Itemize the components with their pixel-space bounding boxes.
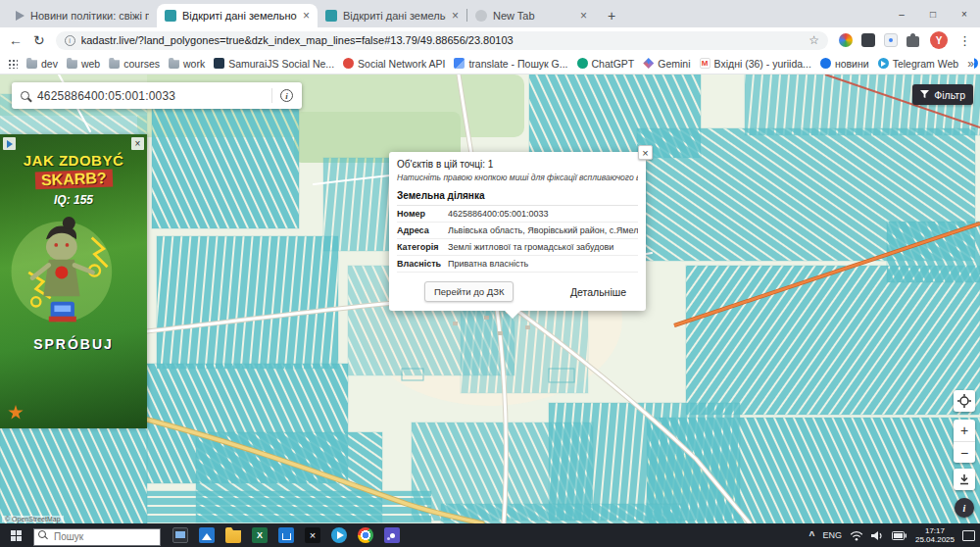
browser-menu-icon[interactable]: ⋮ [958, 33, 971, 48]
chrome-app-icon[interactable] [358, 527, 373, 543]
export-button[interactable] [954, 469, 975, 490]
adchoices-icon[interactable] [3, 137, 16, 150]
close-window-button[interactable]: × [949, 0, 980, 27]
excel-app-icon[interactable]: X [252, 527, 268, 543]
bookmark-gemini[interactable]: Gemini [643, 58, 690, 70]
extension-dark-icon[interactable] [861, 33, 875, 47]
bookmark-news[interactable]: новини [820, 58, 869, 70]
browser-window: Новини політики: свіжі пол... Відкриті д… [0, 0, 980, 547]
map-search-bar[interactable]: 4625886400:05:001:0033 i [12, 82, 302, 109]
bookmark-label: новини [835, 58, 869, 70]
tab-close-icon[interactable]: × [303, 9, 310, 23]
battery-icon[interactable] [892, 531, 907, 540]
start-button[interactable] [0, 523, 31, 547]
bookmark-label: Gemini [658, 58, 690, 70]
photos-app-icon[interactable] [199, 527, 215, 543]
site-info-icon[interactable]: i [65, 35, 75, 46]
locate-me-button[interactable] [954, 390, 975, 412]
zoom-in-button[interactable]: + [954, 420, 975, 441]
bookmark-courses[interactable]: courses [109, 58, 160, 70]
tab-title: Відкриті дані земельного кад... [182, 10, 297, 22]
bookmark-label: work [183, 58, 205, 70]
map-attribution[interactable]: © OpenStreetMap [2, 516, 64, 522]
ad-close-icon[interactable]: × [131, 137, 144, 150]
taskbar-search[interactable] [33, 526, 161, 544]
tab-title: Відкриті дані земельного кад... [343, 10, 446, 22]
address-bar[interactable]: i kadastr.live/?land_polygones=true&dzk_… [56, 31, 828, 50]
apps-grid-icon[interactable] [8, 59, 18, 69]
action-center-icon[interactable] [962, 530, 975, 541]
row-label: Адреса [397, 225, 448, 235]
map-favicon-icon [325, 10, 337, 22]
extension-light-icon[interactable] [884, 33, 898, 47]
details-button[interactable]: Детальніше [570, 286, 626, 298]
row-value: Землі житлової та громадської забудови [448, 242, 638, 252]
tab-close-icon[interactable]: × [580, 9, 587, 23]
reload-icon[interactable]: ↻ [33, 32, 45, 48]
bookmark-translate[interactable]: translate - Пошук G... [454, 58, 567, 70]
bookmark-dev[interactable]: dev [26, 58, 58, 70]
profile-avatar[interactable]: Y [930, 31, 948, 49]
bookmark-telegram[interactable]: Telegram Web [878, 58, 959, 70]
funnel-icon [920, 90, 929, 99]
new-tab-button[interactable]: + [601, 5, 622, 26]
telegram-app-icon[interactable] [331, 527, 347, 543]
popup-close-icon[interactable]: × [638, 145, 653, 160]
bookmark-label: web [81, 58, 100, 70]
bookmark-web[interactable]: web [67, 58, 100, 70]
taskbar-clock[interactable]: 17:17 25.04.2025 [915, 526, 955, 544]
speaker-icon[interactable] [871, 530, 884, 541]
windows-taskbar: X × ^ ENG 17:17 [0, 523, 980, 547]
bookmark-work[interactable]: work [169, 58, 205, 70]
ad-banner[interactable]: × JAK ZDOBYĆ SKARB? IQ: 155 [0, 134, 147, 428]
folder-icon [67, 58, 77, 69]
tab-news[interactable]: Новини політики: свіжі пол... [8, 4, 157, 27]
back-icon[interactable]: ← [9, 32, 23, 48]
gmail-favicon-icon: M [700, 58, 710, 69]
hidden-icons-chevron[interactable]: ^ [809, 530, 815, 541]
bookmark-chatgpt[interactable]: ChatGPT [577, 58, 635, 70]
maximize-button[interactable]: □ [917, 0, 949, 27]
x-app-icon[interactable]: × [305, 527, 320, 543]
bookmark-samuraijs[interactable]: SamuraiJS Social Ne... [214, 58, 334, 70]
language-indicator[interactable]: ENG [822, 530, 842, 540]
wifi-icon[interactable] [850, 530, 863, 541]
bookmark-star-icon[interactable]: ☆ [808, 33, 819, 47]
map-info-button[interactable]: i [955, 498, 974, 518]
extension-palette-icon[interactable] [839, 33, 853, 47]
bookmark-label: Telegram Web [893, 58, 959, 70]
tab-strip: Новини політики: свіжі пол... Відкриті д… [0, 0, 980, 27]
bookmark-social-api[interactable]: Social Network API [343, 58, 445, 70]
tab-close-icon[interactable]: × [452, 9, 459, 23]
download-arrow-icon [958, 473, 970, 485]
info-icon[interactable]: i [280, 89, 293, 102]
taskbar-search-input[interactable] [33, 528, 161, 546]
page-content: 4625886400:05:001:0033 i Фільтр × JAK ZD… [0, 75, 980, 523]
blank-favicon-icon [475, 10, 487, 22]
divider [271, 88, 272, 103]
zoom-out-button[interactable]: − [954, 441, 975, 463]
extensions-puzzle-icon[interactable] [906, 36, 919, 47]
tab-kadastr-active[interactable]: Відкриті дані земельного кад... × [157, 4, 318, 27]
filter-button[interactable]: Фільтр [912, 84, 973, 105]
people-app-icon[interactable] [384, 527, 400, 543]
store-app-icon[interactable] [278, 527, 294, 543]
samuraijs-favicon-icon [214, 58, 224, 69]
minimize-button[interactable]: – [886, 0, 917, 27]
bookmark-inbox[interactable]: MВхідні (36) - yuriida... [700, 58, 811, 70]
file-explorer-icon[interactable] [225, 527, 241, 543]
search-icon [38, 530, 46, 538]
go-to-dzk-button[interactable]: Перейти до ДЗК [424, 281, 514, 302]
extension-icons [839, 33, 919, 47]
filter-label: Фільтр [934, 89, 965, 101]
tab-new-tab[interactable]: New Tab × [467, 4, 595, 27]
url-text[interactable]: kadastr.live/?land_polygones=true&dzk_in… [81, 34, 804, 46]
bookmark-label: dev [41, 58, 58, 70]
ad-iq-text: IQ: 155 [0, 193, 147, 207]
tab-kadastr-2[interactable]: Відкриті дані земельного кад... × [318, 4, 466, 27]
monitor-app-icon[interactable] [172, 527, 188, 543]
bookmarks-overflow-chevron[interactable]: » [961, 53, 974, 74]
search-input[interactable]: 4625886400:05:001:0033 [37, 89, 264, 103]
news-favicon-icon [16, 11, 24, 21]
ad-cta-button[interactable]: SPRÓBUJ [0, 336, 147, 352]
